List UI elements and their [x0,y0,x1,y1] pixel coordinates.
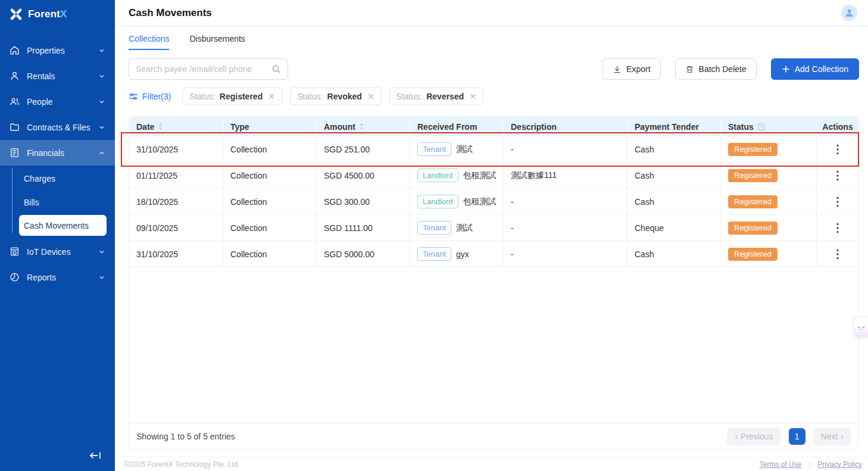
cell-description: - [504,215,627,241]
filter-chip-registered[interactable]: Status: Registered ✕ [182,88,282,105]
filter-chip-reversed[interactable]: Status: Reversed ✕ [389,88,483,105]
chip-value: Revoked [327,92,362,101]
status-badge: Registered [728,169,778,182]
entries-summary: Showing 1 to 5 of 5 entries [136,432,235,441]
add-collection-button[interactable]: Add Collection [771,58,859,80]
sidebar-item-reports[interactable]: Reports [0,264,115,290]
cell-status: Registered [721,241,817,267]
column-label: Type [230,122,249,132]
tenant-tag: Tenant [417,247,451,261]
payer-name: 測試 [456,223,473,233]
chip-prefix: Status: [396,92,423,101]
column-header-payment-tender: Payment Tender [627,117,721,136]
sidebar-subitem-bills[interactable]: Bills [0,191,115,214]
payer-name: 測試 [456,144,473,155]
next-page-button[interactable]: Next› [813,428,851,445]
filter-chip-revoked[interactable]: Status: Revoked ✕ [290,88,382,105]
table-row: 18/10/2025CollectionSGD 300.00Landlord包租… [129,189,858,215]
tenant-tag: Tenant [417,142,451,156]
table-row: 01/11/2025CollectionSGD 4500.00Landlord包… [129,163,858,189]
status-badge: Registered [728,143,778,156]
chevron-up-icon [98,149,105,157]
assistant-widget[interactable]: >_< [854,317,868,337]
sidebar-item-financials[interactable]: Financials [0,140,115,166]
chip-close-icon[interactable]: ✕ [468,92,476,101]
svg-text:?: ? [760,124,763,130]
row-actions-kebab[interactable] [829,141,846,158]
sort-icon [359,123,364,130]
sidebar-item-properties[interactable]: Properties [0,38,115,63]
sidebar-item-contracts-files[interactable]: Contracts & Files [0,114,115,140]
copyright-text: ©2025 ForentX Technology Pte. Ltd. [124,460,239,469]
person-icon [10,71,20,81]
tab-bar: Collections Disbursements [115,26,868,50]
export-button[interactable]: Export [602,58,660,80]
chevron-down-icon [98,124,105,131]
kebab-dots-icon [836,170,839,181]
cell-payment-tender: Cash [627,136,721,162]
toolbar: Export Batch Delete Add Collection [115,58,868,80]
search-input[interactable] [136,64,267,74]
subitem-label: Bills [24,198,39,207]
row-actions-kebab[interactable] [829,246,846,263]
help-circle-icon[interactable]: ? [757,123,766,131]
chip-close-icon[interactable]: ✕ [267,92,275,101]
page-number-1[interactable]: 1 [789,428,805,445]
chip-prefix: Status: [297,92,323,101]
sidebar-item-people[interactable]: People [0,89,115,114]
cell-description: - [504,136,627,162]
sidebar-item-label: Properties [27,46,91,55]
chevron-down-icon [98,73,105,80]
chevron-down-icon [98,98,105,105]
column-header-type: Type [223,117,317,136]
column-header-date[interactable]: Date [129,117,223,136]
add-collection-label: Add Collection [795,64,848,74]
brand-logo: ForentX [0,0,115,28]
sidebar-nav: Properties Rentals People Contracts & Fi… [0,38,115,290]
filter-icon [129,92,138,101]
row-actions-kebab[interactable] [829,194,846,210]
home-icon [10,45,20,55]
chip-close-icon[interactable]: ✕ [366,92,374,101]
cell-amount: SGD 251.00 [317,136,410,162]
row-actions-kebab[interactable] [829,167,846,184]
search-icon[interactable] [271,64,281,74]
sidebar-item-label: Reports [27,273,91,282]
previous-page-button[interactable]: ‹Previous [727,428,780,445]
sidebar-subitem-charges[interactable]: Charges [0,167,115,191]
column-header-amount[interactable]: Amount [317,117,410,136]
financials-submenu: Charges Bills Cash Movements [0,166,115,239]
batch-delete-label: Batch Delete [699,64,747,74]
brand-name: ForentX [28,8,67,20]
pagination: ‹Previous 1 Next› [727,428,851,445]
table-row: 31/10/2025CollectionSGD 251.00Tenant測試-C… [129,136,858,163]
kebab-dots-icon [836,223,839,233]
cell-description: - [504,241,627,267]
privacy-policy-link[interactable]: Privacy Policy [817,460,862,469]
cell-status: Registered [721,189,817,214]
filter-button[interactable]: Filter(3) [129,92,171,101]
sidebar-item-rentals[interactable]: Rentals [0,63,115,89]
sidebar-subitem-cash-movements[interactable]: Cash Movements [19,215,107,236]
table-body: 31/10/2025CollectionSGD 251.00Tenant測試-C… [129,136,858,267]
tab-collections[interactable]: Collections [129,34,169,50]
cell-received-from: Landlord包租測試 [410,163,504,188]
legal-links: Terms of Use | Privacy Policy [760,460,863,469]
column-header-received-from: Received From [410,117,504,136]
chevron-down-icon [98,47,105,54]
batch-delete-button[interactable]: Batch Delete [675,58,757,80]
sidebar-item-iot-devices[interactable]: IoT Devices [0,239,115,264]
collections-table: Date Type Amount Received From Descripti… [129,116,859,450]
cell-amount: SGD 5000.00 [317,241,410,267]
cell-actions [817,241,858,267]
terms-of-use-link[interactable]: Terms of Use [760,460,802,469]
payer-name: 包租測試 [463,170,497,181]
tab-disbursements[interactable]: Disbursements [189,34,245,50]
cell-payment-tender: Cheque [627,215,721,241]
cell-received-from: Tenantgyx [410,241,504,267]
row-actions-kebab[interactable] [829,220,846,236]
sidebar-collapse-button[interactable] [88,448,104,463]
kebab-dots-icon [836,196,839,207]
cell-description: 測試數據111 [504,163,627,188]
user-avatar[interactable] [841,5,857,21]
